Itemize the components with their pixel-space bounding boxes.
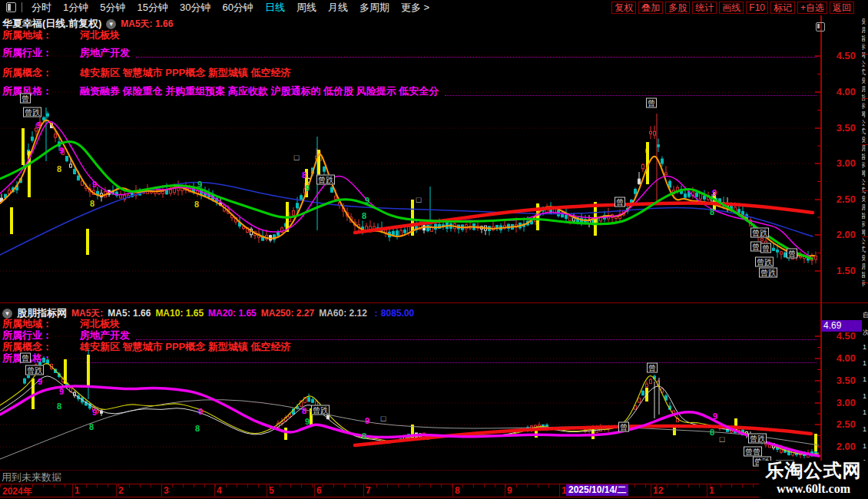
strip-glyph: 1 [863, 376, 868, 383]
period-tab-30分钟[interactable]: 30分钟 [180, 1, 210, 15]
main-candlestick-chart[interactable] [0, 15, 820, 302]
annotation-label: 曾 [760, 243, 771, 253]
annotation-label: 曾跌 [755, 257, 774, 267]
annotation-marker: 9 [59, 388, 64, 396]
watermark: 乐淘公式网 www.60lt.com [759, 461, 868, 499]
chevron-down-icon[interactable]: ▼ [106, 19, 116, 29]
period-tabs: 分时1分钟5分钟15分钟30分钟60分钟日线周线月线多周期更多 > [31, 1, 441, 15]
period-toolbar: 分时1分钟5分钟15分钟30分钟60分钟日线周线月线多周期更多 > 复权叠加多股… [0, 0, 868, 15]
axis-tick-label: 3.00 [823, 157, 856, 169]
toolbar-button-画线[interactable]: 画线 [719, 2, 744, 14]
annotation-marker: 9 [365, 197, 369, 205]
strip-glyph: 股 [862, 137, 868, 144]
trading-app-window: 分时1分钟5分钟15分钟30分钟60分钟日线周线月线多周期更多 > 复权叠加多股… [0, 0, 868, 499]
strip-glyph: 自 [863, 312, 868, 319]
period-tab-5分钟[interactable]: 5分钟 [100, 1, 125, 15]
strip-glyph: 指 [862, 213, 868, 220]
ma-value: MA20: 1.65 [208, 308, 257, 319]
month-separator [214, 484, 215, 497]
period-tab-更多 >[interactable]: 更多 > [401, 1, 429, 15]
chevron-down-icon[interactable]: ▼ [2, 309, 12, 319]
time-axis[interactable]: 2024年 2025/10/14/二 1234567891121 [0, 484, 862, 497]
strip-glyph: 网 [862, 230, 868, 236]
month-separator [452, 484, 453, 497]
strip-glyph: 标 [862, 280, 868, 287]
strip-glyph: 式 [862, 246, 868, 253]
strip-glyph: 标 [862, 221, 868, 228]
toolbar-button-标记[interactable]: 标记 [770, 2, 795, 14]
month-label: 2 [118, 485, 124, 496]
strip-separator [862, 302, 868, 303]
toolbar-button-F10[interactable]: F10 [746, 2, 768, 14]
last-value-badge: 4.69 [821, 320, 863, 332]
strip-separator [862, 144, 868, 145]
axis-tick-label: 2.00 [823, 441, 856, 452]
layout-toggle-icon[interactable] [6, 2, 16, 12]
panel-maximize-icon[interactable] [816, 22, 825, 31]
strip-glyph: 标 [862, 162, 868, 169]
strip-glyph: 朋 [862, 145, 868, 152]
axis-tick-label: 3.50 [823, 375, 856, 386]
strip-glyph: 网 [862, 111, 868, 118]
annotation-marker: 9 [59, 147, 64, 155]
strip-glyph: 1 [863, 360, 868, 367]
annotation-label: 曾 [20, 94, 31, 104]
annotation-marker: 8 [57, 402, 61, 411]
toolbar-button-复权[interactable]: 复权 [611, 2, 636, 14]
annotation-marker: 8 [194, 200, 199, 209]
strip-glyph: 股 [862, 196, 868, 203]
annotation-marker: □ [294, 154, 300, 162]
annotation-label: 曾跌 [23, 107, 41, 117]
annotation-marker: 9 [305, 184, 310, 193]
strip-separator [862, 98, 868, 99]
annotation-marker: □ [416, 196, 422, 204]
ma-value: MA250: 2.27 [261, 308, 314, 319]
toolbar-button-返回[interactable]: 返回 [830, 2, 854, 14]
annotation-label: 曾 [618, 422, 629, 432]
annotation-marker: 8 [89, 423, 94, 431]
toolbar-button-叠加[interactable]: 叠加 [638, 2, 663, 14]
strip-glyph: 1 [863, 443, 868, 450]
month-separator [314, 484, 315, 497]
price-axis-line [820, 15, 822, 496]
annotation-marker: 8 [90, 200, 94, 208]
period-tab-周线[interactable]: 周线 [297, 1, 316, 15]
toolbar-button-统计[interactable]: 统计 [692, 2, 717, 14]
month-label: 1 [75, 485, 80, 496]
annotation-marker: 8 [302, 407, 306, 415]
annotation-marker: 9 [92, 180, 97, 189]
toolbar-button-+自选[interactable]: +自选 [797, 2, 827, 14]
month-label: 9 [507, 485, 512, 496]
strip-separator [862, 54, 868, 55]
axis-tick-label: 4.00 [823, 86, 856, 97]
annotation-label: 曾 [615, 197, 625, 207]
strip-glyph: 朋 [862, 204, 868, 211]
strip-glyph: 公 [862, 61, 868, 68]
annotation-marker: 8 [57, 165, 61, 173]
axis-tick-label: 2.50 [823, 418, 856, 430]
period-tab-多周期[interactable]: 多周期 [359, 1, 389, 15]
axis-tick-label: 3.50 [823, 122, 856, 134]
strip-glyph: 1 [863, 409, 868, 416]
strip-glyph: 股 [862, 78, 868, 84]
toolbar-button-多股[interactable]: 多股 [665, 2, 690, 14]
period-tab-分时[interactable]: 分时 [31, 1, 51, 15]
annotation-marker: 8 [710, 428, 714, 437]
period-tab-15分钟[interactable]: 15分钟 [137, 1, 167, 15]
axis-tick-label: 2.00 [823, 229, 856, 240]
indicator-chart[interactable] [0, 316, 820, 470]
month-separator [116, 484, 117, 497]
toolbar-actions: 复权叠加多股统计画线F10标记+自选返回 [611, 2, 854, 14]
annotation-marker: 9 [92, 408, 97, 417]
strip-glyph: 公 [862, 120, 868, 127]
strip-glyph: 公 [862, 238, 868, 245]
period-tab-日线[interactable]: 日线 [265, 1, 285, 15]
ma-value: MA5: 1.66 [108, 308, 151, 319]
period-tab-60分钟[interactable]: 60分钟 [222, 1, 253, 15]
period-tab-月线[interactable]: 月线 [328, 1, 348, 15]
period-tab-1分钟[interactable]: 1分钟 [63, 1, 88, 15]
ma5-label: MA5天: 1.66 [121, 18, 173, 31]
month-label: 4 [217, 485, 222, 496]
annotation-marker: 8 [362, 432, 366, 441]
strip-glyph: 次 [863, 329, 868, 336]
